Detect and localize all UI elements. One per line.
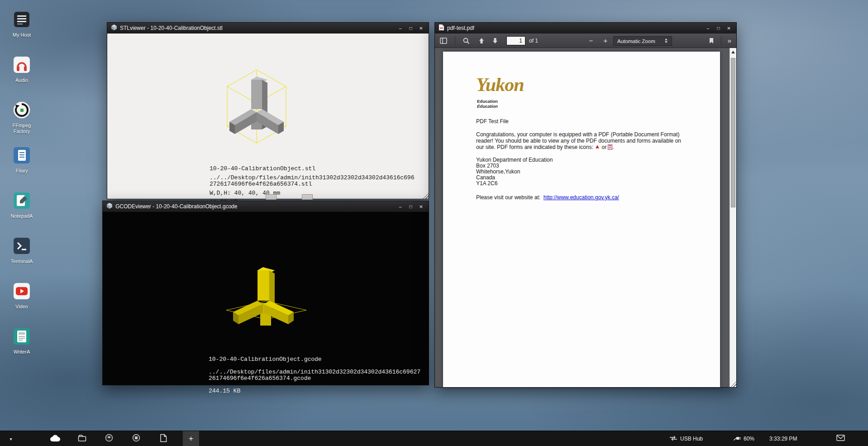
taskbar-new-button[interactable]: + bbox=[183, 431, 199, 446]
desktop-icon-writera[interactable]: WriterA bbox=[4, 327, 40, 355]
gcode-window-titlebar[interactable]: GCODEviewer - 10-20-40-CalibrationObject… bbox=[103, 201, 429, 212]
select-arrows-icon bbox=[664, 38, 668, 44]
terminal-icon bbox=[12, 236, 31, 255]
pdf-window-titlebar[interactable]: pdf-test.pdf – □ ✕ bbox=[435, 23, 736, 34]
taskbar-stl-viewer-button[interactable] bbox=[99, 431, 119, 446]
usb-icon bbox=[669, 435, 677, 443]
bookmark-button[interactable] bbox=[706, 36, 716, 45]
pdf-app-icon bbox=[439, 24, 444, 33]
clock-label: 3:33:29 PM bbox=[769, 436, 797, 442]
gcode-filesize: 244.15 KB bbox=[209, 388, 240, 394]
notifications-button[interactable] bbox=[836, 431, 845, 446]
stl-file-path-line1: ../../Desktop/files/admin/inith31302d323… bbox=[210, 174, 414, 181]
logo-subtitle-fr: Éducation bbox=[477, 103, 498, 110]
video-icon bbox=[12, 282, 31, 301]
gcode-viewport[interactable]: 10-20-40-CalibrationObject.gcode ../../D… bbox=[103, 212, 429, 385]
zoom-in-button[interactable]: + bbox=[601, 36, 610, 45]
desktop-icon-audio[interactable]: Audio bbox=[4, 55, 40, 83]
desktop-icon-label: Video bbox=[4, 304, 40, 310]
website-line: Please visit our website at: http://www.… bbox=[476, 194, 619, 201]
address-line: Yukon Department of Education bbox=[476, 157, 553, 163]
close-button[interactable]: ✕ bbox=[417, 203, 425, 211]
envelope-icon bbox=[836, 435, 845, 443]
stl-window-titlebar[interactable]: STLviewer - 10-20-40-CalibrationObject.s… bbox=[107, 23, 429, 34]
notepad-icon bbox=[12, 191, 31, 210]
pdf-window-title: pdf-test.pdf bbox=[447, 25, 474, 31]
gcode-filename: 10-20-40-CalibrationObject.gcode bbox=[209, 356, 322, 363]
clock[interactable]: 3:33:29 PM bbox=[769, 431, 797, 446]
battery-status[interactable]: 60% bbox=[733, 431, 754, 446]
gcode-file-path-line2: 26174696f6e4f626a656374.gcode bbox=[209, 375, 311, 382]
stl-window-title: STLviewer - 10-20-40-CalibrationObject.s… bbox=[120, 25, 223, 31]
address-line: Whitehorse,Yukon bbox=[476, 168, 520, 175]
desktop-icon-video[interactable]: Video bbox=[4, 282, 40, 310]
usb-hub-status[interactable]: USB Hub bbox=[669, 431, 703, 446]
scrollbar-thumb[interactable] bbox=[731, 58, 735, 207]
sidebar-toggle-button[interactable] bbox=[439, 36, 448, 45]
acrobat-icon bbox=[595, 144, 600, 151]
taskbar-cloud-button[interactable] bbox=[44, 431, 65, 446]
more-tools-button[interactable]: » bbox=[725, 36, 734, 45]
desktop-icon-label: WriterA bbox=[4, 349, 40, 355]
maximize-button[interactable]: □ bbox=[715, 24, 722, 32]
search-button[interactable] bbox=[461, 36, 471, 45]
scrollbar-up-arrow[interactable] bbox=[731, 51, 735, 53]
stl-filename: 10-20-40-CalibrationObject.stl bbox=[210, 165, 315, 172]
page-number-input[interactable] bbox=[506, 36, 525, 45]
address-line: Box 2703 bbox=[476, 163, 499, 169]
document-heading: PDF Test File bbox=[476, 118, 509, 125]
resize-grip[interactable] bbox=[421, 192, 429, 199]
paragraph-line3: our site. PDF forms are indicated by the… bbox=[476, 144, 614, 151]
paragraph-line3-text: our site. PDF forms are indicated by the… bbox=[476, 144, 593, 150]
taskbar-gcode-viewer-button[interactable] bbox=[126, 431, 147, 446]
filary-icon bbox=[12, 146, 31, 165]
address-line: Canada bbox=[476, 174, 495, 181]
ffmpeg-icon bbox=[12, 101, 31, 120]
battery-percent-label: 60% bbox=[744, 436, 754, 442]
maximize-button[interactable]: □ bbox=[407, 24, 415, 32]
close-button[interactable]: ✕ bbox=[725, 24, 733, 32]
desktop-icon-label: Filary bbox=[4, 168, 40, 174]
desktop-icon-label: NotepadA bbox=[4, 213, 40, 219]
desktop-icon-notepada[interactable]: NotepadA bbox=[4, 191, 40, 219]
taskbar-overflow-button[interactable]: ▾ bbox=[5, 431, 17, 446]
viewer-sphere-icon bbox=[132, 434, 140, 444]
background-window-fragment bbox=[266, 194, 277, 200]
paragraph-line3-end: . bbox=[612, 144, 614, 150]
minimize-button[interactable]: – bbox=[704, 24, 712, 32]
gcode-file-path-line1: ../../Desktop/files/admin/inith31302d323… bbox=[209, 369, 420, 375]
pdf-content-area: Yukon Education Éducation PDF Test File … bbox=[435, 48, 736, 387]
chevron-down-icon: ▾ bbox=[10, 436, 12, 441]
stl-3d-model bbox=[211, 62, 302, 166]
scrollbar-track[interactable] bbox=[730, 48, 736, 387]
desktop-icon-ffmpeg-factory[interactable]: FFmpeg Factory bbox=[4, 101, 40, 134]
stl-app-icon bbox=[111, 24, 117, 32]
minimize-button[interactable]: – bbox=[396, 24, 404, 32]
previous-page-button[interactable] bbox=[477, 36, 486, 45]
desktop-icon-my-host[interactable]: My Host bbox=[4, 10, 40, 38]
pdf-page: Yukon Education Éducation PDF Test File … bbox=[443, 52, 720, 387]
taskbar-pdf-button[interactable] bbox=[153, 431, 174, 446]
stl-viewport[interactable]: 10-20-40-CalibrationObject.stl ../../Des… bbox=[107, 34, 429, 199]
writer-icon bbox=[12, 327, 31, 346]
zoom-select[interactable]: Automatic Zoom bbox=[613, 36, 672, 46]
usb-hub-label: USB Hub bbox=[680, 436, 703, 442]
gcode-viewer-window: GCODEviewer - 10-20-40-CalibrationObject… bbox=[102, 201, 429, 385]
website-label: Please visit our website at: bbox=[476, 194, 540, 201]
desktop-icon-filary[interactable]: Filary bbox=[4, 146, 40, 174]
maximize-button[interactable]: □ bbox=[407, 203, 415, 211]
next-page-button[interactable] bbox=[490, 36, 500, 45]
host-icon bbox=[12, 10, 31, 29]
website-link[interactable]: http://www.education.gov.yk.ca/ bbox=[544, 194, 619, 201]
taskbar-files-button[interactable] bbox=[72, 431, 92, 446]
minimize-button[interactable]: – bbox=[396, 203, 404, 211]
stl-viewer-window: STLviewer - 10-20-40-CalibrationObject.s… bbox=[107, 22, 429, 199]
zoom-out-button[interactable]: − bbox=[586, 36, 596, 45]
close-button[interactable]: ✕ bbox=[417, 24, 425, 32]
taskbar: ▾ + USB Hub 60% bbox=[0, 431, 868, 446]
viewer-sphere-icon bbox=[105, 434, 113, 444]
desktop-icon-terminala[interactable]: TerminalA bbox=[4, 236, 40, 264]
address-line: Y1A 2C6 bbox=[476, 180, 497, 187]
zoom-select-label: Automatic Zoom bbox=[617, 38, 655, 44]
desktop-icon-label: TerminalA bbox=[4, 259, 40, 264]
